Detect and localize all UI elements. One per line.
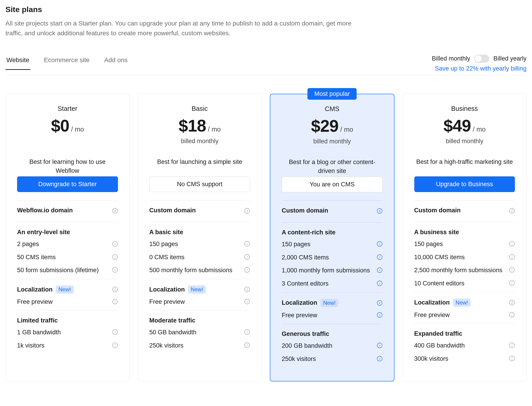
feature-item: 400 GB bandwidthi [414,341,515,350]
feature-item: Free previewi [282,311,383,320]
plan-price: $18/ mo [149,116,250,135]
section-heading-label: Custom domain [414,207,461,214]
billing-column: Billed monthly Billed yearly Save up to … [432,55,526,75]
info-icon[interactable]: i [377,356,383,362]
info-icon[interactable]: i [244,329,250,335]
section-heading-label: Localization [149,286,185,293]
svg-text:i: i [379,343,380,347]
plan-cta-button[interactable]: Downgrade to Starter [17,176,118,192]
tabs-row: WebsiteEcommerce siteAdd ons Billed mont… [6,55,526,75]
plan-section: Custom domaini [282,201,383,222]
info-icon[interactable]: i [112,342,118,348]
feature-item: 50 form submissions (lifetime)i [17,266,118,275]
info-icon[interactable]: i [509,312,515,318]
plan-tagline: Best for learning how to use Webflow [17,158,118,175]
info-icon[interactable]: i [377,241,383,247]
svg-text:i: i [114,343,115,347]
info-icon[interactable]: i [377,254,383,260]
new-badge: New! [56,285,74,294]
info-icon[interactable]: i [244,208,250,214]
plan-tagline: Best for launching a simple site [149,158,250,166]
plan-card-business: Business$49/ mobilled monthlyBest for a … [403,94,527,382]
plan-section: An entry-level site2 pagesi50 CMS itemsi… [17,222,118,279]
info-icon[interactable]: i [377,267,383,273]
info-icon[interactable]: i [244,267,250,273]
info-icon[interactable]: i [377,280,383,286]
info-icon[interactable]: i [509,300,515,306]
feature-label: 2,000 CMS items [282,253,373,262]
feature-label: 50 form submissions (lifetime) [17,266,108,275]
billing-toggle[interactable] [474,55,489,63]
section-heading-label: Localization [282,299,317,306]
billed-text: billed monthly [282,138,383,145]
section-heading-label: A basic site [149,229,183,236]
billed-yearly-label: Billed yearly [493,55,526,62]
plan-section: A content-rich site150 pagesi2,000 CMS i… [282,222,383,292]
plan-section: LocalizationNew!iFree previewi [17,279,118,310]
section-heading: A content-rich site [282,229,383,240]
feature-item: Free previewi [17,298,118,306]
feature-label: 150 pages [414,240,506,248]
feature-item: 50 GB bandwidthi [149,328,250,337]
plan-price: $0/ mo [17,116,118,135]
feature-item: 250k visitorsi [282,355,383,363]
info-icon[interactable]: i [244,342,250,348]
svg-text:i: i [114,288,115,291]
info-icon[interactable]: i [244,287,250,292]
tab-ecommerce-site[interactable]: Ecommerce site [43,55,91,70]
section-heading: Webflow.io domaini [17,207,118,218]
section-heading: Moderate traffic [149,317,250,328]
info-icon[interactable]: i [377,312,383,318]
info-icon[interactable]: i [509,267,515,273]
info-icon[interactable]: i [112,241,118,247]
info-icon[interactable]: i [509,342,515,348]
info-icon[interactable]: i [377,300,383,306]
info-icon[interactable]: i [112,299,118,304]
feature-item: 2 pagesi [17,240,118,248]
svg-text:i: i [114,330,115,334]
feature-item: Free previewi [414,311,515,319]
feature-item: Free previewi [149,298,250,306]
plan-cta-button[interactable]: No CMS support [149,176,250,192]
info-icon[interactable]: i [244,241,250,247]
svg-text:i: i [247,330,248,334]
info-icon[interactable]: i [509,254,515,260]
info-icon[interactable]: i [244,299,250,304]
tab-add-ons[interactable]: Add ons [103,55,128,70]
info-icon[interactable]: i [112,287,118,292]
plan-cta-button[interactable]: Upgrade to Business [414,176,515,192]
price-amount: $0 [51,116,69,135]
svg-text:i: i [114,255,115,259]
info-icon[interactable]: i [112,254,118,260]
info-icon[interactable]: i [509,208,515,214]
billing-toggle-row: Billed monthly Billed yearly [432,55,526,63]
plan-card-starter: Starter$0/ mo.Best for learning how to u… [6,94,130,382]
tab-website[interactable]: Website [6,55,30,70]
info-icon[interactable]: i [509,241,515,247]
feature-item: 1,000 monthly form submissionsi [282,266,383,275]
info-icon[interactable]: i [112,208,118,214]
info-icon[interactable]: i [509,355,515,361]
plan-cta-button[interactable]: You are on CMS [282,177,383,192]
info-icon[interactable]: i [244,254,250,260]
info-icon[interactable]: i [377,208,383,214]
svg-text:i: i [247,242,248,246]
page-title: Site plans [6,5,526,14]
feature-item: 200 GB bandwidthi [282,341,383,350]
info-icon[interactable]: i [112,329,118,335]
info-icon[interactable]: i [377,342,383,348]
feature-label: 50 CMS items [17,253,108,262]
feature-item: 1k visitorsi [17,341,118,350]
feature-list: 50 GB bandwidthi250k visitorsi [149,328,250,350]
plan-tabs: WebsiteEcommerce siteAdd ons [6,55,128,70]
info-icon[interactable]: i [509,280,515,286]
yearly-save-text[interactable]: Save up to 22% with yearly billing [432,65,526,72]
plans-row: Starter$0/ mo.Best for learning how to u… [6,94,526,382]
section-heading: A basic site [149,229,250,240]
feature-list: Free previewi [414,311,515,319]
plan-head: Basic$18/ mobilled monthlyBest for launc… [149,105,250,176]
plan-card-basic: Basic$18/ mobilled monthlyBest for launc… [138,94,262,382]
plan-tagline: Best for a high-traffic marketing site [414,158,515,166]
info-icon[interactable]: i [112,267,118,273]
page-description: All site projects start on a Starter pla… [6,18,352,38]
